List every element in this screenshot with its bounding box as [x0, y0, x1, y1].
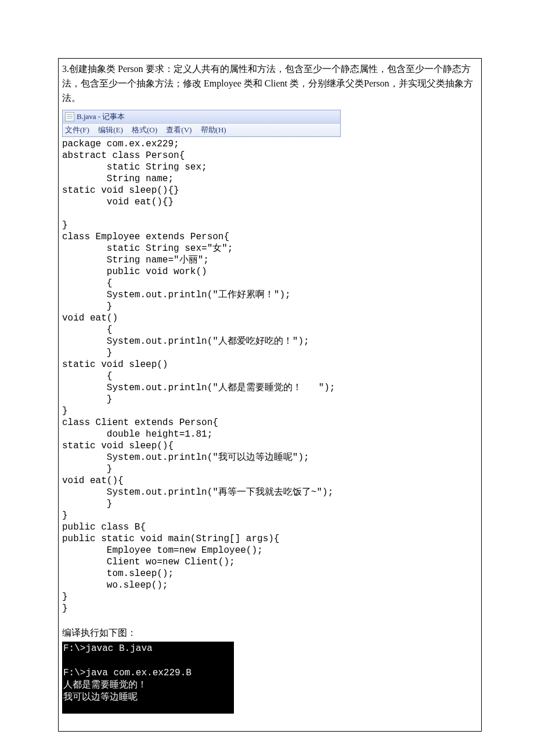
notepad-titlebar: B.java - 记事本	[62, 110, 341, 123]
menu-edit[interactable]: 编辑(E)	[98, 125, 123, 134]
notepad-title-text: B.java - 记事本	[77, 111, 125, 122]
notepad-window: B.java - 记事本 文件(F) 编辑(E) 格式(O) 查看(V) 帮助(…	[62, 110, 341, 137]
page: 3.创建抽象类 Person 要求：定义人共有的属性和方法，包含至少一个静态属性…	[0, 0, 534, 756]
content-box: 3.创建抽象类 Person 要求：定义人共有的属性和方法，包含至少一个静态属性…	[58, 58, 482, 732]
menu-view[interactable]: 查看(V)	[166, 125, 192, 134]
compile-caption: 编译执行如下图：	[62, 627, 478, 639]
document-icon	[65, 112, 74, 121]
source-code: package com.ex.ex229; abstract class Per…	[62, 137, 478, 617]
question-text: 3.创建抽象类 Person 要求：定义人共有的属性和方法，包含至少一个静态属性…	[62, 62, 478, 105]
notepad-menubar: 文件(F) 编辑(E) 格式(O) 查看(V) 帮助(H)	[62, 123, 341, 137]
terminal-output: F:\>javac B.java F:\>java com.ex.ex229.B…	[62, 642, 234, 714]
menu-help[interactable]: 帮助(H)	[201, 125, 226, 134]
menu-format[interactable]: 格式(O)	[132, 125, 157, 134]
menu-file[interactable]: 文件(F)	[65, 125, 89, 134]
